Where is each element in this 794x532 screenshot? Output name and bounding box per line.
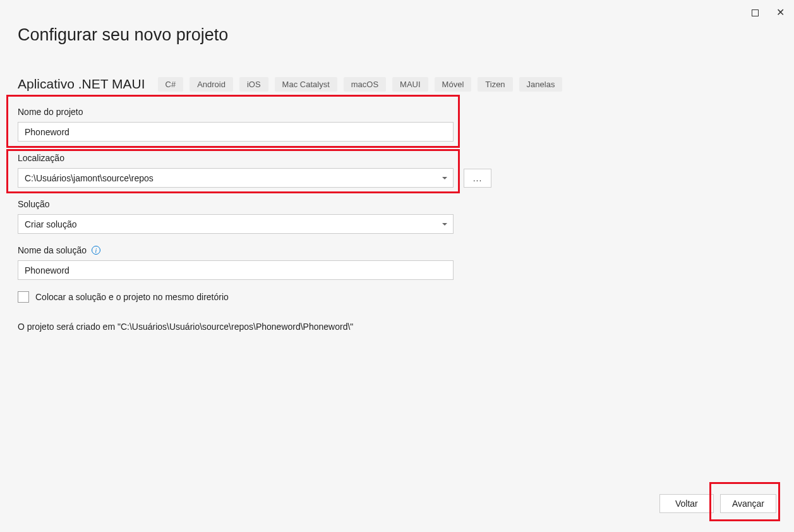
location-input[interactable]: [18, 168, 454, 188]
solution-select[interactable]: [18, 214, 454, 234]
solution-name-label: Nome da solução: [18, 245, 87, 255]
back-button[interactable]: Voltar: [659, 494, 714, 513]
project-name-label: Nome do projeto: [18, 107, 776, 117]
same-directory-row: Colocar a solução e o projeto no mesmo d…: [18, 291, 776, 303]
solution-group: Solução: [18, 199, 776, 234]
close-button[interactable]: ✕: [774, 6, 786, 19]
location-label: Localização: [18, 153, 776, 163]
template-tag: Janelas: [519, 77, 563, 92]
maximize-icon: [752, 9, 759, 16]
page-title: Configurar seu novo projeto: [18, 25, 776, 45]
template-info-row: Aplicativo .NET MAUI C# Android iOS Mac …: [18, 76, 776, 92]
solution-label: Solução: [18, 199, 776, 209]
template-tag: macOS: [344, 77, 386, 92]
solution-name-group: Nome da solução i: [18, 245, 776, 280]
maximize-button[interactable]: [749, 6, 761, 19]
template-tag: Tizen: [478, 77, 512, 92]
template-tag: Mac Catalyst: [275, 77, 337, 92]
location-group: Localização ...: [18, 153, 776, 188]
template-name: Aplicativo .NET MAUI: [18, 76, 145, 92]
same-directory-checkbox[interactable]: [18, 291, 29, 303]
solution-name-input[interactable]: [18, 260, 454, 280]
close-icon: ✕: [776, 8, 785, 18]
browse-button[interactable]: ...: [464, 169, 491, 188]
same-directory-label: Colocar a solução e o projeto no mesmo d…: [35, 292, 229, 302]
template-tag: MAUI: [392, 77, 428, 92]
project-name-group: Nome do projeto: [18, 107, 776, 142]
info-icon[interactable]: i: [92, 246, 100, 255]
template-tag: Móvel: [435, 77, 472, 92]
project-name-input[interactable]: [18, 122, 454, 142]
template-tag: C#: [158, 77, 184, 92]
creation-path-text: O projeto será criado em "C:\Usuários\Us…: [18, 322, 776, 332]
template-tag: Android: [189, 77, 233, 92]
next-button[interactable]: Avançar: [720, 494, 776, 513]
template-tag: iOS: [239, 77, 268, 92]
